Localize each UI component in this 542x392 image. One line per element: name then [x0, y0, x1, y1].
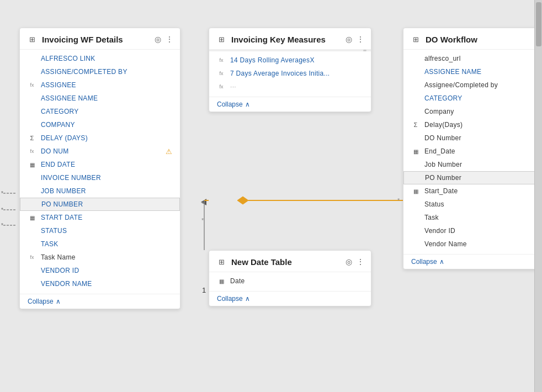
field-date[interactable]: ▦ Date: [209, 274, 371, 288]
calendar-icon: ▦: [411, 187, 420, 195]
card-header-actions: ◎ ⋮: [346, 35, 364, 44]
field-icon-empty: [28, 279, 36, 288]
field-label: Job Number: [424, 161, 462, 168]
eye-icon[interactable]: ◎: [346, 35, 352, 44]
svg-text:*: *: [201, 200, 204, 207]
field-icon-empty: [28, 107, 36, 116]
do-workflow-card: ⊞ DO Workflow alfresco_url ASSIGNEE NAME…: [403, 28, 542, 269]
do-workflow-body: alfresco_url ASSIGNEE NAME Assignee/Comp…: [403, 50, 542, 253]
field-start-date[interactable]: ▦ START DATE: [20, 211, 180, 224]
field-status[interactable]: STATUS: [20, 224, 180, 237]
field-icon-empty: [28, 200, 37, 209]
calc-icon: fx: [28, 253, 36, 262]
field-assignee-completed[interactable]: Assignee/Completed by: [403, 78, 542, 92]
field-start-date[interactable]: ▦ Start_Date: [403, 184, 542, 198]
field-alfresco-url[interactable]: alfresco_url: [403, 52, 542, 65]
scrollbar[interactable]: [534, 0, 542, 392]
svg-text:*: *: [1, 190, 3, 197]
collapse-button[interactable]: Collapse ∧: [403, 254, 542, 269]
field-avg7[interactable]: fx 7 Days Average Invoices Initia...: [209, 67, 371, 80]
field-company[interactable]: Company: [403, 105, 542, 118]
field-assigne-completed[interactable]: ASSIGNE/COMPLETED BY: [20, 65, 180, 78]
svg-text:1: 1: [202, 286, 206, 294]
field-label: VENDOR NAME: [41, 280, 92, 288]
field-po-number[interactable]: PO Number: [403, 171, 542, 184]
calendar-icon: ▦: [28, 213, 36, 222]
field-label: CATEGORY: [424, 94, 463, 102]
calc-icon: fx: [217, 69, 226, 78]
field-vendor-name[interactable]: VENDOR NAME: [20, 277, 180, 290]
field-label: DO Num: [41, 147, 68, 155]
field-label: 7 Days Average Invoices Initia...: [230, 70, 330, 77]
field-end-date[interactable]: ▦ End_Date: [403, 145, 542, 158]
field-label: CATEGORY: [41, 108, 79, 115]
field-label: PO NUMBER: [41, 200, 83, 208]
field-task[interactable]: TASK: [20, 237, 180, 251]
field-vendor-id[interactable]: Vendor ID: [403, 224, 542, 237]
field-icon-empty: [411, 107, 420, 116]
field-icon-empty: [411, 226, 420, 235]
field-label: INVOICE NUMBER: [41, 174, 101, 182]
field-label: Status: [424, 200, 444, 208]
field-vendor-id[interactable]: VENDOR ID: [20, 264, 180, 277]
svg-marker-6: [201, 199, 206, 205]
field-vendor-name[interactable]: Vendor Name: [403, 237, 542, 251]
scrollbar-thumb[interactable]: [536, 2, 541, 46]
calendar-icon: ▦: [28, 160, 36, 169]
eye-icon[interactable]: ◎: [346, 257, 352, 266]
more-icon[interactable]: ⋮: [166, 35, 173, 44]
field-task[interactable]: Task: [403, 211, 542, 224]
new-date-table-title: New Date Table: [231, 257, 341, 267]
field-icon-empty: [411, 240, 420, 248]
field-task-name[interactable]: fx Task Name: [20, 251, 180, 264]
field-do-num[interactable]: fx DO Num ⚠: [20, 145, 180, 158]
field-alfresco-link[interactable]: ALFRESCO LINK: [20, 52, 180, 65]
field-company[interactable]: COMPANY: [20, 118, 180, 131]
field-icon-empty: [28, 226, 36, 235]
collapse-button[interactable]: Collapse ∧: [209, 291, 371, 306]
collapse-button[interactable]: Collapse ∧: [20, 294, 180, 309]
field-category[interactable]: CATEGORY: [403, 92, 542, 105]
more-icon[interactable]: ⋮: [357, 257, 364, 266]
field-label: Task Name: [41, 253, 76, 261]
collapse-button[interactable]: Collapse ∧: [209, 97, 371, 112]
field-label: Start_Date: [424, 187, 458, 195]
field-status[interactable]: Status: [403, 198, 542, 211]
field-job-number[interactable]: JOB NUMBER: [20, 184, 180, 198]
eye-icon[interactable]: ◎: [155, 35, 161, 44]
invoicing-key-title: Invoicing Key Measures: [231, 35, 341, 44]
card-header-actions: ◎ ⋮: [155, 35, 173, 44]
field-icon-empty: [411, 134, 420, 142]
field-job-number[interactable]: Job Number: [403, 158, 542, 171]
field-label: ASSIGNEE: [41, 81, 76, 89]
field-invoice-number[interactable]: INVOICE NUMBER: [20, 171, 180, 184]
field-icon-empty: [28, 187, 36, 195]
field-delay-days[interactable]: Σ DELAY (DAYS): [20, 131, 180, 145]
field-label: ···: [230, 83, 236, 91]
invoicing-wf-card: ⊞ Invoicing WF Details ◎ ⋮ ALFRESCO LINK…: [19, 28, 180, 309]
field-end-date[interactable]: ▦ END DATE: [20, 158, 180, 171]
field-label: DELAY (DAYS): [41, 134, 88, 142]
field-assignee-name[interactable]: ASSIGNEE NAME: [403, 65, 542, 78]
field-more[interactable]: fx ···: [209, 80, 371, 93]
table-icon: ⊞: [216, 34, 227, 45]
more-icon[interactable]: ⋮: [357, 35, 364, 44]
field-label: TASK: [41, 240, 59, 248]
field-do-number[interactable]: DO Number: [403, 131, 542, 145]
field-category[interactable]: CATEGORY: [20, 105, 180, 118]
field-assignee[interactable]: fx ASSIGNEE: [20, 78, 180, 92]
field-assignee-name[interactable]: ASSIGNEE NAME: [20, 92, 180, 105]
sum-icon: Σ: [411, 120, 420, 129]
field-label: Vendor ID: [424, 227, 455, 235]
field-icon-empty: [411, 213, 420, 222]
field-rolling14[interactable]: fx 14 Days Rolling AveragesX: [209, 54, 371, 67]
field-icon-empty: [28, 240, 36, 248]
collapse-label: Collapse: [411, 258, 437, 266]
new-date-table-header: ⊞ New Date Table ◎ ⋮: [209, 251, 371, 272]
calc-icon: fx: [217, 56, 226, 65]
invoicing-wf-header: ⊞ Invoicing WF Details ◎ ⋮: [20, 28, 180, 50]
calc-icon: fx: [28, 81, 36, 89]
field-po-number[interactable]: PO NUMBER: [20, 198, 180, 211]
field-label: ALFRESCO LINK: [41, 55, 95, 62]
field-delay-days[interactable]: Σ Delay(Days): [403, 118, 542, 131]
